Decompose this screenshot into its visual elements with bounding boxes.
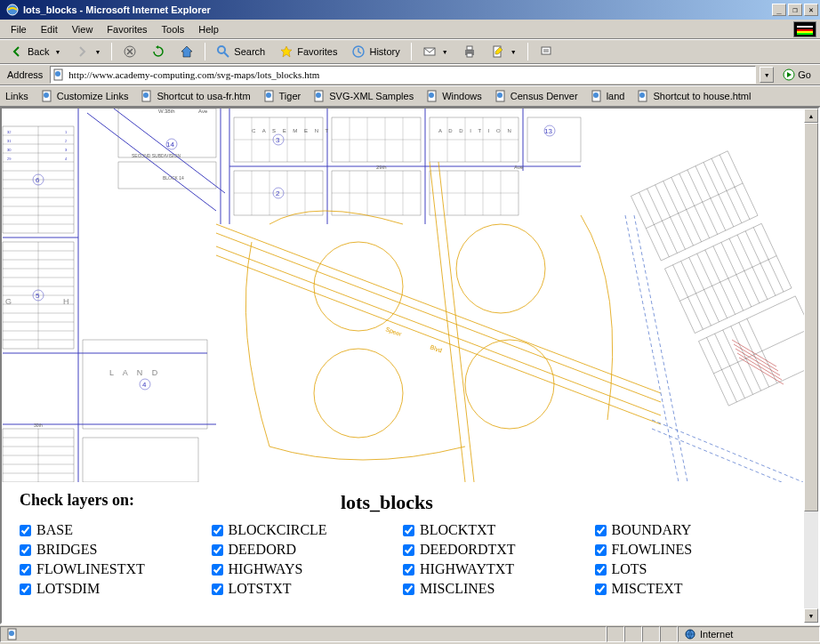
checkbox-flowlinestxt[interactable] <box>20 564 31 576</box>
menu-view[interactable]: View <box>65 22 100 36</box>
layer-checkbox-lotstxt[interactable]: LOTSTXT <box>212 581 404 597</box>
security-zone: Internet <box>678 626 820 642</box>
layer-checkbox-flowlines[interactable]: FLOWLINES <box>595 542 787 558</box>
back-button[interactable]: Back▼ <box>4 42 67 61</box>
url-input[interactable] <box>68 69 753 80</box>
maximize-button[interactable]: ❐ <box>788 4 802 16</box>
link-census[interactable]: Census Denver <box>489 88 583 104</box>
checkbox-deedord[interactable] <box>212 544 223 556</box>
layer-label: BLOCKTXT <box>420 522 495 538</box>
svg-point-144 <box>456 224 545 313</box>
layer-label: LOTSTXT <box>229 581 292 597</box>
refresh-button[interactable] <box>145 42 172 61</box>
menubar: File Edit View Favorites Tools Help <box>0 20 820 39</box>
link-icon <box>591 90 603 102</box>
vertical-scrollbar[interactable]: ▲ ▼ <box>804 109 818 623</box>
layer-checkbox-deedord[interactable]: DEEDORD <box>212 542 404 558</box>
go-icon <box>783 68 795 81</box>
print-button[interactable] <box>456 42 483 61</box>
menu-favorites[interactable]: Favorites <box>100 22 154 36</box>
checkbox-highwaytxt[interactable] <box>403 564 414 576</box>
layer-checkbox-lotsdim[interactable]: LOTSDIM <box>20 581 212 597</box>
history-button[interactable]: History <box>345 42 406 61</box>
link-tiger[interactable]: Tiger <box>258 88 307 104</box>
checkbox-base[interactable] <box>20 525 31 536</box>
link-svgxml[interactable]: SVG-XML Samples <box>308 88 419 104</box>
svg-rect-5 <box>797 26 813 28</box>
svg-text:H: H <box>63 297 69 306</box>
checkbox-blocktxt[interactable] <box>403 525 414 536</box>
svg-rect-77 <box>527 117 581 162</box>
checkbox-misctext[interactable] <box>595 584 607 595</box>
scroll-track[interactable] <box>804 123 818 608</box>
history-icon <box>351 44 366 59</box>
layer-checkbox-lots[interactable]: LOTS <box>595 561 787 577</box>
discuss-button[interactable] <box>533 42 559 61</box>
layer-checkbox-base[interactable]: BASE <box>20 522 212 538</box>
layer-checkbox-bridges[interactable]: BRIDGES <box>20 542 212 558</box>
layer-checkbox-blockcircle[interactable]: BLOCKCIRCLE <box>212 522 404 538</box>
link-usa-fr[interactable]: Shortcut to usa-fr.htm <box>135 88 255 104</box>
svg-rect-12 <box>467 53 472 57</box>
mail-icon <box>422 44 437 59</box>
svg-text:31: 31 <box>7 139 12 143</box>
toolbar: Back▼ ▼ Search Favorites History ▼ ▼ <box>0 39 820 64</box>
svg-rect-4 <box>797 33 813 35</box>
menu-edit[interactable]: Edit <box>34 22 65 36</box>
url-dropdown-button[interactable]: ▼ <box>760 67 774 83</box>
scroll-down-button[interactable]: ▼ <box>804 608 818 623</box>
forward-arrow-icon <box>75 44 89 59</box>
link-windows[interactable]: Windows <box>421 88 487 104</box>
layer-checkbox-misclines[interactable]: MISCLINES <box>403 581 595 597</box>
go-button[interactable]: Go <box>777 66 816 84</box>
checkbox-misclines[interactable] <box>403 584 414 595</box>
search-button[interactable]: Search <box>210 42 271 61</box>
minimize-button[interactable]: _ <box>772 4 786 16</box>
forward-button[interactable]: ▼ <box>68 42 107 61</box>
checkbox-lotstxt[interactable] <box>212 584 223 595</box>
layer-label: BLOCKCIRCLE <box>229 522 327 538</box>
menu-file[interactable]: File <box>4 22 34 36</box>
link-customize[interactable]: Customize Links <box>36 88 134 104</box>
svg-text:30th: 30th <box>34 423 43 428</box>
svg-text:29: 29 <box>7 157 12 161</box>
favorites-button[interactable]: Favorites <box>273 42 343 61</box>
link-land[interactable]: land <box>585 88 631 104</box>
link-house[interactable]: Shortcut to house.html <box>631 88 756 104</box>
svg-point-143 <box>314 349 403 438</box>
checkbox-flowlines[interactable] <box>595 544 607 556</box>
window-title: lots_blocks - Microsoft Internet Explore… <box>23 4 772 15</box>
layer-checkbox-highwaytxt[interactable]: HIGHWAYTXT <box>403 561 595 577</box>
mail-button[interactable]: ▼ <box>416 42 454 61</box>
menu-help[interactable]: Help <box>191 22 226 36</box>
scroll-thumb[interactable] <box>804 123 818 511</box>
svg-rect-2 <box>797 29 813 31</box>
close-button[interactable]: ✕ <box>804 4 818 16</box>
edit-button[interactable]: ▼ <box>485 42 523 61</box>
svg-point-31 <box>593 93 599 98</box>
checkbox-lots[interactable] <box>595 564 607 576</box>
svg-rect-38 <box>83 438 198 482</box>
layer-checkbox-boundary[interactable]: BOUNDARY <box>595 522 787 538</box>
checkbox-deedordtxt[interactable] <box>403 544 414 556</box>
scroll-up-button[interactable]: ▲ <box>804 109 818 123</box>
layer-checkbox-flowlinestxt[interactable]: FLOWLINESTXT <box>20 561 212 577</box>
page-title: lots_blocks <box>341 491 433 514</box>
map-viewport[interactable]: L A N D W.38th Ave 29th Ave 30th C A S E… <box>2 109 804 482</box>
layer-checkbox-deedordtxt[interactable]: DEEDORDTXT <box>403 542 595 558</box>
checkbox-blockcircle[interactable] <box>212 525 223 536</box>
checkbox-bridges[interactable] <box>20 544 31 556</box>
layer-checkbox-misctext[interactable]: MISCTEXT <box>595 581 787 597</box>
stop-button[interactable] <box>117 42 143 61</box>
checkbox-boundary[interactable] <box>595 525 607 536</box>
menu-tools[interactable]: Tools <box>155 22 192 36</box>
status-cell <box>624 626 642 642</box>
url-box[interactable] <box>50 66 756 84</box>
checkbox-lotsdim[interactable] <box>20 584 31 595</box>
layer-label: FLOWLINESTXT <box>36 561 145 577</box>
layer-checkbox-blocktxt[interactable]: BLOCKTXT <box>403 522 595 538</box>
layer-label: HIGHWAYS <box>229 561 303 577</box>
checkbox-highways[interactable] <box>212 564 223 576</box>
layer-checkbox-highways[interactable]: HIGHWAYS <box>212 561 404 577</box>
home-button[interactable] <box>173 42 200 61</box>
